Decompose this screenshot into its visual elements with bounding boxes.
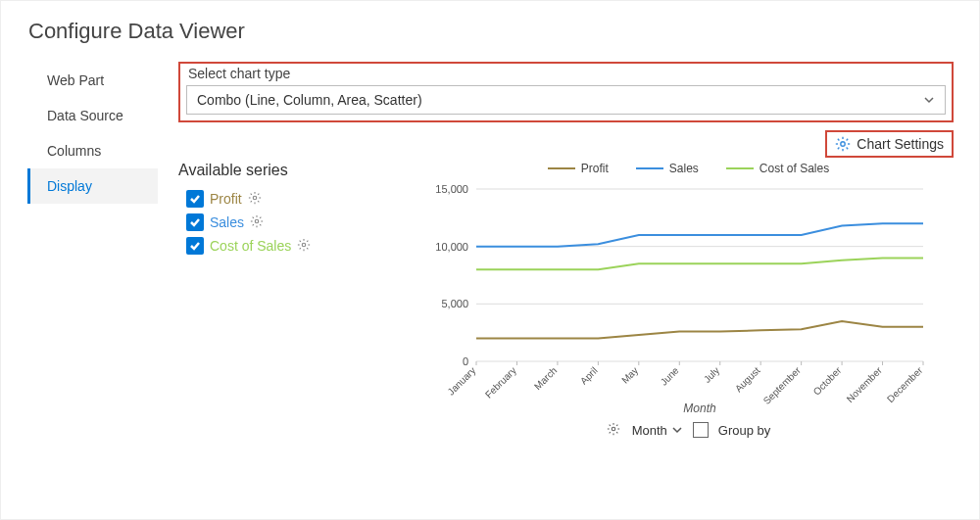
series-checkbox-sales[interactable] <box>186 213 204 231</box>
gear-icon <box>835 136 851 152</box>
svg-text:September: September <box>761 364 804 406</box>
legend-label: Profit <box>581 162 609 175</box>
svg-line-8 <box>838 148 840 150</box>
legend-label: Sales <box>669 162 699 175</box>
svg-text:October: October <box>811 364 844 397</box>
svg-point-18 <box>255 219 259 223</box>
chart-type-select[interactable]: Combo (Line, Column, Area, Scatter) <box>186 85 946 115</box>
svg-line-6 <box>847 148 849 150</box>
sidebar-item-label: Display <box>47 178 92 194</box>
series-checkbox-cost-of-sales[interactable] <box>186 237 204 255</box>
gear-icon[interactable] <box>607 422 622 438</box>
svg-point-27 <box>303 243 307 247</box>
svg-line-34 <box>307 241 308 242</box>
svg-text:5,000: 5,000 <box>441 298 468 309</box>
axis-field-value: Month <box>632 423 667 438</box>
sidebar-item-data-source[interactable]: Data Source <box>27 98 158 133</box>
series-item-cost-of-sales: Cost of Sales <box>178 234 404 258</box>
chevron-down-icon <box>671 424 683 436</box>
svg-text:February: February <box>483 365 518 401</box>
svg-text:December: December <box>885 364 925 404</box>
series-name[interactable]: Sales <box>210 214 244 230</box>
svg-text:June: June <box>659 364 681 387</box>
gear-icon[interactable] <box>248 191 264 207</box>
svg-text:March: March <box>532 365 559 392</box>
chart-type-label: Select chart type <box>188 66 946 81</box>
svg-line-15 <box>258 201 259 202</box>
axis-field-dropdown[interactable]: Month <box>632 423 683 438</box>
svg-line-32 <box>300 241 301 242</box>
sidebar-item-label: Columns <box>47 143 101 159</box>
svg-line-23 <box>253 217 254 218</box>
svg-point-0 <box>841 142 845 146</box>
svg-text:May: May <box>619 365 640 386</box>
svg-line-74 <box>609 425 610 426</box>
group-by-label: Group by <box>718 423 770 438</box>
legend-label: Cost of Sales <box>760 162 829 175</box>
svg-line-14 <box>250 194 251 195</box>
svg-line-76 <box>616 425 617 426</box>
chart-type-value: Combo (Line, Column, Area, Scatter) <box>197 92 422 108</box>
svg-line-24 <box>260 224 261 225</box>
legend-item-sales: Sales <box>636 162 699 175</box>
svg-line-77 <box>609 432 610 433</box>
main-panel: Select chart type Combo (Line, Column, A… <box>159 62 954 438</box>
svg-text:Month: Month <box>683 402 716 415</box>
svg-line-75 <box>616 432 617 433</box>
sidebar-item-web-part[interactable]: Web Part <box>27 63 158 98</box>
svg-line-26 <box>253 224 254 225</box>
sidebar-item-columns[interactable]: Columns <box>27 133 158 168</box>
svg-text:August: August <box>733 364 762 394</box>
page-title: Configure Data Viewer <box>28 19 954 44</box>
svg-text:10,000: 10,000 <box>435 241 468 253</box>
gear-icon[interactable] <box>297 238 313 254</box>
svg-text:November: November <box>845 364 885 404</box>
series-name[interactable]: Cost of Sales <box>210 238 291 254</box>
sidebar-item-label: Data Source <box>47 108 123 123</box>
svg-text:January: January <box>445 365 477 398</box>
group-by-checkbox[interactable] <box>693 422 709 438</box>
svg-line-33 <box>307 248 308 249</box>
svg-text:April: April <box>578 365 600 387</box>
svg-text:0: 0 <box>463 355 468 367</box>
sidebar-item-label: Web Part <box>47 72 104 88</box>
svg-text:15,000: 15,000 <box>435 183 468 195</box>
chart-canvas: 05,00010,00015,000JanuaryFebruaryMarchAp… <box>423 183 933 418</box>
svg-line-17 <box>250 201 251 202</box>
svg-line-25 <box>260 217 261 218</box>
chart-footer-controls: Month Group by <box>423 422 954 438</box>
chart-preview: Profit Sales Cost of Sales 05,00010,0001… <box>423 162 954 438</box>
series-item-profit: Profit <box>178 187 404 211</box>
chart-settings-button[interactable]: Chart Settings <box>825 130 954 158</box>
chart-type-block-highlight: Select chart type Combo (Line, Column, A… <box>178 62 954 122</box>
settings-sidebar: Web Part Data Source Columns Display <box>26 62 159 438</box>
sidebar-item-display[interactable]: Display <box>27 168 158 204</box>
chart-legend: Profit Sales Cost of Sales <box>423 162 954 175</box>
configure-data-viewer-dialog: Configure Data Viewer Web Part Data Sour… <box>0 0 980 520</box>
available-series-panel: Available series Profit Sales <box>178 162 404 438</box>
available-series-title: Available series <box>178 162 404 179</box>
series-checkbox-profit[interactable] <box>186 190 204 208</box>
svg-point-69 <box>612 427 615 431</box>
legend-item-profit: Profit <box>548 162 609 175</box>
svg-point-9 <box>253 196 257 200</box>
chart-settings-label: Chart Settings <box>857 136 944 152</box>
svg-line-16 <box>258 194 259 195</box>
svg-text:July: July <box>702 365 721 385</box>
legend-item-cost-of-sales: Cost of Sales <box>726 162 829 175</box>
chevron-down-icon <box>923 94 935 106</box>
svg-line-35 <box>300 248 301 249</box>
svg-line-5 <box>838 139 840 141</box>
series-item-sales: Sales <box>178 211 404 234</box>
gear-icon[interactable] <box>250 214 266 230</box>
svg-line-7 <box>847 139 849 141</box>
series-name[interactable]: Profit <box>210 191 242 207</box>
